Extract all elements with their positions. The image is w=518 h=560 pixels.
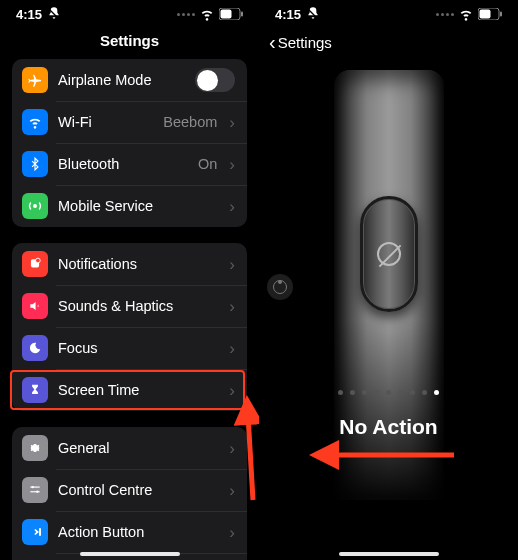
dnd-bell-slash-icon [46,6,62,22]
wifi-icon [199,6,215,22]
home-indicator[interactable] [339,552,439,556]
pager-dot[interactable] [398,390,403,395]
airplane-toggle[interactable] [195,68,235,92]
home-indicator[interactable] [80,552,180,556]
pager-dot[interactable] [422,390,427,395]
phone-left: 4:15 Settings Airplane Mode Wi-Fi Beebom… [0,0,259,560]
chevron-right-icon: › [229,440,235,457]
wifi-icon [458,6,474,22]
back-button[interactable]: ‹ Settings [259,24,518,60]
row-bluetooth[interactable]: Bluetooth On › [12,143,247,185]
notifications-icon [22,251,48,277]
gear-icon [22,435,48,461]
svg-rect-8 [30,491,39,492]
moon-icon [22,335,48,361]
accessibility-assist-badge[interactable] [267,274,293,300]
pager-dot[interactable] [338,390,343,395]
svg-line-21 [248,415,253,500]
row-label: Focus [58,340,219,356]
phone-right: 4:15 ‹ Settings No Action [259,0,518,560]
chevron-right-icon: › [229,198,235,215]
row-notifications[interactable]: Notifications › [12,243,247,285]
row-focus[interactable]: Focus › [12,327,247,369]
row-label: Sounds & Haptics [58,298,219,314]
airplane-icon [22,67,48,93]
speaker-icon [22,293,48,319]
row-label: Bluetooth [58,156,188,172]
hourglass-icon [22,377,48,403]
pager-dot[interactable] [350,390,355,395]
pager-dot[interactable] [434,390,439,395]
time-text: 4:15 [275,7,301,22]
row-control-centre[interactable]: Control Centre › [12,469,247,511]
accessibility-icon [273,280,287,294]
status-time: 4:15 [16,6,62,22]
row-airplane-mode[interactable]: Airplane Mode [12,59,247,101]
pager-dot[interactable] [362,390,367,395]
action-button-icon [22,519,48,545]
svg-point-4 [36,258,41,263]
pager-dot[interactable] [386,390,391,395]
action-pill [360,196,418,312]
pager-dot[interactable] [374,390,379,395]
row-general[interactable]: General › [12,427,247,469]
battery-icon [219,8,243,20]
settings-group-connectivity: Airplane Mode Wi-Fi Beebom › Bluetooth O… [12,59,247,227]
row-screen-time[interactable]: Screen Time › [12,369,247,411]
bluetooth-icon [22,151,48,177]
page-indicator[interactable] [259,390,518,395]
action-title: No Action [259,415,518,439]
row-label: Action Button [58,524,219,540]
chevron-right-icon: › [229,298,235,315]
pager-dot[interactable] [410,390,415,395]
svg-rect-2 [221,10,232,19]
battery-icon [478,8,502,20]
row-wifi[interactable]: Wi-Fi Beebom › [12,101,247,143]
wifi-icon [22,109,48,135]
svg-rect-23 [500,12,502,17]
chevron-right-icon: › [229,482,235,499]
row-label: Notifications [58,256,219,272]
row-label: General [58,440,219,456]
page-title: Settings [0,24,259,59]
status-right [436,6,502,22]
row-mobile-service[interactable]: Mobile Service › [12,185,247,227]
signal-dots-icon [177,13,195,16]
chevron-right-icon: › [229,156,235,173]
chevron-right-icon: › [229,256,235,273]
dnd-bell-slash-icon [305,6,321,22]
settings-group-attention: Notifications › Sounds & Haptics › Focus… [12,243,247,411]
no-action-glyph-icon [377,242,401,266]
chevron-right-icon: › [229,340,235,357]
antenna-icon [22,193,48,219]
chevron-right-icon: › [229,382,235,399]
status-time: 4:15 [275,6,321,22]
row-value: Beebom [163,114,217,130]
svg-rect-9 [39,528,41,536]
svg-rect-6 [30,487,39,488]
row-value: On [198,156,217,172]
row-action-button[interactable]: Action Button › [12,511,247,553]
settings-group-general: General › Control Centre › Action Button… [12,427,247,560]
time-text: 4:15 [16,7,42,22]
status-bar: 4:15 [0,0,259,24]
status-bar: 4:15 [259,0,518,24]
status-right [177,6,243,22]
signal-dots-icon [436,13,454,16]
row-label: Screen Time [58,382,219,398]
action-button-preview[interactable]: No Action [259,60,518,540]
row-label: Control Centre [58,482,219,498]
back-label: Settings [278,34,332,51]
svg-rect-24 [480,10,491,19]
row-label: Wi-Fi [58,114,153,130]
row-label: Mobile Service [58,198,219,214]
svg-rect-1 [241,12,243,17]
row-label: Airplane Mode [58,72,185,88]
chevron-left-icon: ‹ [269,32,276,52]
row-sounds-haptics[interactable]: Sounds & Haptics › [12,285,247,327]
sliders-icon [22,477,48,503]
chevron-right-icon: › [229,114,235,131]
chevron-right-icon: › [229,524,235,541]
